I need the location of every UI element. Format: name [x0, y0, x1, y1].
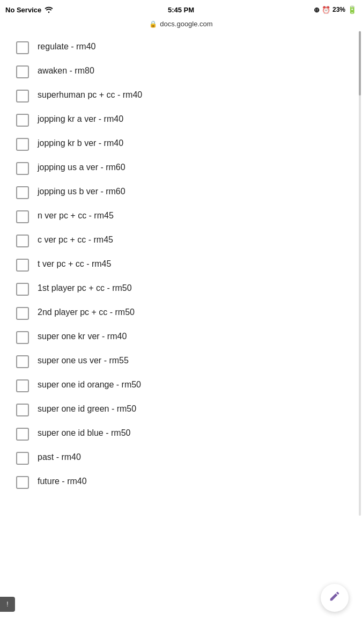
- item-label: 1st player pc + cc - rm50: [38, 282, 351, 294]
- checkbox[interactable]: [16, 307, 29, 320]
- status-time: 5:45 PM: [168, 6, 194, 14]
- item-label: jopping us a ver - rm60: [38, 162, 351, 173]
- scrollbar-track: [359, 31, 361, 516]
- item-label: past - rm40: [38, 451, 351, 463]
- checkbox[interactable]: [16, 404, 29, 416]
- fab-button[interactable]: [321, 584, 349, 612]
- list-item[interactable]: regulate - rm40: [16, 35, 351, 60]
- list-item[interactable]: super one kr ver - rm40: [16, 325, 351, 349]
- url-bar[interactable]: 🔒 docs.google.com: [0, 18, 362, 31]
- item-label: super one us ver - rm55: [38, 355, 351, 367]
- battery-icon: 🔋: [348, 5, 357, 14]
- item-label: t ver pc + cc - rm45: [38, 258, 351, 270]
- list-item[interactable]: past - rm40: [16, 446, 351, 470]
- item-label: 2nd player pc + cc - rm50: [38, 306, 351, 318]
- checkbox[interactable]: [16, 283, 29, 296]
- checkbox[interactable]: [16, 41, 29, 54]
- checkbox[interactable]: [16, 90, 29, 103]
- status-right: ⊕ ⏰ 23% 🔋: [314, 5, 357, 14]
- edit-icon: [329, 590, 341, 605]
- status-bar: No Service 5:45 PM ⊕ ⏰ 23% 🔋: [0, 0, 362, 18]
- item-label: awaken - rm80: [38, 65, 351, 77]
- item-label: jopping us b ver - rm60: [38, 186, 351, 197]
- list-item[interactable]: super one us ver - rm55: [16, 349, 351, 374]
- list-item[interactable]: c ver pc + cc - rm45: [16, 229, 351, 253]
- checkbox[interactable]: [16, 452, 29, 465]
- list-item[interactable]: awaken - rm80: [16, 60, 351, 84]
- lock-icon: 🔒: [149, 20, 157, 28]
- list-item[interactable]: future - rm40: [16, 470, 351, 494]
- list-item[interactable]: jopping kr a ver - rm40: [16, 108, 351, 132]
- status-left: No Service: [5, 5, 54, 14]
- item-label: future - rm40: [38, 475, 351, 487]
- checkbox[interactable]: [16, 259, 29, 272]
- checkbox[interactable]: [16, 210, 29, 223]
- checkbox[interactable]: [16, 65, 29, 78]
- list-item[interactable]: jopping kr b ver - rm40: [16, 132, 351, 156]
- checkbox[interactable]: [16, 379, 29, 392]
- list-item[interactable]: super one id orange - rm50: [16, 374, 351, 398]
- checkbox[interactable]: [16, 476, 29, 489]
- item-label: super one kr ver - rm40: [38, 331, 351, 342]
- checkbox[interactable]: [16, 114, 29, 127]
- list-item[interactable]: jopping us b ver - rm60: [16, 180, 351, 204]
- list-item[interactable]: jopping us a ver - rm60: [16, 156, 351, 180]
- checkbox[interactable]: [16, 331, 29, 344]
- feedback-button[interactable]: !: [0, 597, 15, 612]
- item-label: super one id green - rm50: [38, 403, 351, 415]
- feedback-icon: !: [6, 601, 8, 608]
- item-label: regulate - rm40: [38, 41, 351, 53]
- item-label: jopping kr b ver - rm40: [38, 137, 351, 149]
- scrollbar[interactable]: [359, 31, 361, 516]
- alarm-icon: ⏰: [322, 6, 330, 14]
- checkbox[interactable]: [16, 186, 29, 199]
- item-label: n ver pc + cc - rm45: [38, 210, 351, 222]
- item-label: superhuman pc + cc - rm40: [38, 89, 351, 101]
- checklist: regulate - rm40awaken - rm80superhuman p…: [0, 31, 362, 516]
- item-label: super one id blue - rm50: [38, 427, 351, 439]
- checkbox[interactable]: [16, 428, 29, 441]
- list-item[interactable]: superhuman pc + cc - rm40: [16, 84, 351, 108]
- location-icon: ⊕: [314, 6, 320, 14]
- list-item[interactable]: 2nd player pc + cc - rm50: [16, 301, 351, 325]
- page-container: regulate - rm40awaken - rm80superhuman p…: [0, 31, 362, 516]
- item-label: jopping kr a ver - rm40: [38, 113, 351, 125]
- item-label: super one id orange - rm50: [38, 379, 351, 391]
- list-item[interactable]: n ver pc + cc - rm45: [16, 204, 351, 229]
- list-item[interactable]: super one id green - rm50: [16, 398, 351, 422]
- wifi-icon: [44, 5, 54, 14]
- checkbox[interactable]: [16, 355, 29, 368]
- list-item[interactable]: 1st player pc + cc - rm50: [16, 277, 351, 301]
- list-item[interactable]: super one id blue - rm50: [16, 422, 351, 446]
- battery-percent: 23%: [333, 6, 345, 13]
- checkbox[interactable]: [16, 235, 29, 247]
- checkbox[interactable]: [16, 138, 29, 151]
- carrier-text: No Service: [5, 6, 41, 14]
- url-text: docs.google.com: [160, 20, 212, 28]
- list-item[interactable]: t ver pc + cc - rm45: [16, 253, 351, 277]
- item-label: c ver pc + cc - rm45: [38, 234, 351, 246]
- checkbox[interactable]: [16, 162, 29, 175]
- scrollbar-thumb: [359, 31, 361, 96]
